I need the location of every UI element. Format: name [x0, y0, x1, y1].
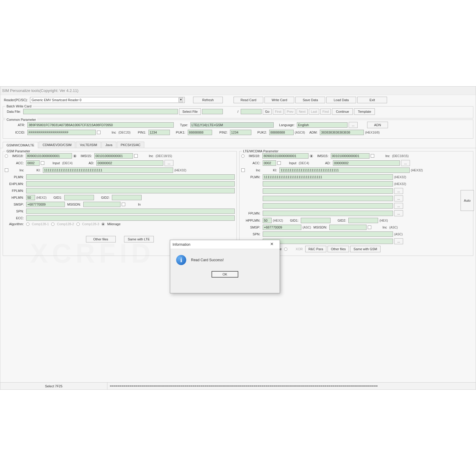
dialog-ok-button[interactable]: OK [212, 271, 238, 278]
app-window: SIM Personalize tools(Copyright: Ver 4.2… [0, 86, 476, 390]
information-dialog: Information ✕ i Read Card Success! OK [170, 240, 280, 293]
dialog-title-bar: Information ✕ [170, 240, 280, 249]
dialog-close-button[interactable]: ✕ [267, 240, 277, 248]
dialog-overlay: Information ✕ i Read Card Success! OK [0, 87, 476, 389]
dialog-message: Read Card Success! [191, 258, 224, 262]
dialog-title-text: Information [173, 240, 190, 249]
info-icon: i [176, 255, 186, 265]
